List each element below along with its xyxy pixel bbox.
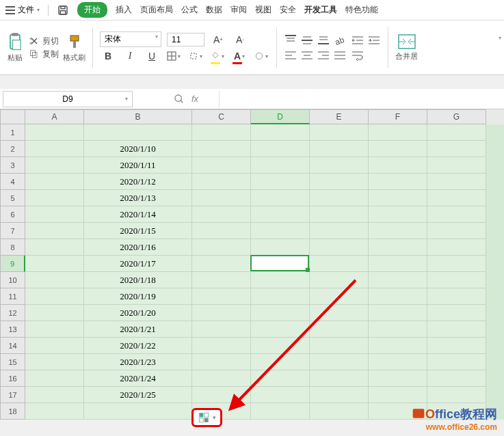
cell-E5[interactable] [310,190,369,206]
tab-data[interactable]: 数据 [206,4,222,16]
cell-D2[interactable] [251,141,310,157]
cell-A17[interactable] [25,387,84,403]
cell-A3[interactable] [25,157,84,174]
row-header-1[interactable]: 1 [0,124,25,141]
cell-C9[interactable] [192,256,251,272]
cell-F2[interactable] [369,141,427,157]
cell-B7[interactable]: 2020/1/15 [84,223,192,239]
font-size-select[interactable]: 11▾ [167,33,204,46]
cell-B1[interactable] [84,124,192,141]
cell-F10[interactable] [369,272,427,288]
cell-A10[interactable] [25,272,84,288]
format-painter-button[interactable]: 格式刷 [63,32,85,63]
column-header-G[interactable]: G [427,109,486,124]
cell-B11[interactable]: 2020/1/19 [84,288,192,305]
orientation-button[interactable]: ab [333,34,347,46]
row-header-9[interactable]: 9 [0,256,25,272]
cell-B17[interactable]: 2020/1/25 [84,387,192,403]
cell-F12[interactable] [369,305,427,321]
cell-F8[interactable] [369,239,427,256]
cell-C5[interactable] [192,190,251,206]
cell-G1[interactable] [427,124,486,141]
row-header-16[interactable]: 16 [0,370,25,387]
cell-G12[interactable] [427,305,486,321]
cell-C4[interactable] [192,174,251,190]
align-justify-button[interactable] [333,49,347,62]
column-header-B[interactable]: B [84,109,192,124]
row-header-14[interactable]: 14 [0,338,25,354]
cell-A9[interactable] [25,256,84,272]
cell-C8[interactable] [192,239,251,256]
align-top-button[interactable] [284,34,297,46]
row-header-7[interactable]: 7 [0,223,25,239]
cell-D15[interactable] [251,354,310,370]
row-header-8[interactable]: 8 [0,239,25,256]
cell-G17[interactable] [427,387,486,403]
wrap-text-button[interactable] [351,49,364,62]
cell-A11[interactable] [25,288,84,305]
cell-D4[interactable] [251,174,310,190]
cell-D6[interactable] [251,206,310,223]
cell-C1[interactable] [192,124,251,141]
tab-security[interactable]: 安全 [280,4,296,16]
row-header-12[interactable]: 12 [0,305,25,321]
italic-button[interactable]: I [122,49,138,64]
cut-button[interactable]: 剪切 [29,36,59,47]
outline-button[interactable] [187,49,204,64]
cell-D9[interactable] [251,256,310,272]
cell-G4[interactable] [427,174,486,190]
cell-D14[interactable] [251,338,310,354]
cell-D7[interactable] [251,223,310,239]
cell-B14[interactable]: 2020/1/22 [84,338,192,354]
cell-F18[interactable] [369,403,427,420]
cell-C15[interactable] [192,354,251,370]
cell-G16[interactable] [427,370,486,387]
cell-D18[interactable] [251,403,310,420]
row-header-10[interactable]: 10 [0,272,25,288]
cell-B4[interactable]: 2020/1/12 [84,174,192,190]
cell-B2[interactable]: 2020/1/10 [84,141,192,157]
cell-D16[interactable] [251,370,310,387]
style-button[interactable] [253,49,269,64]
decrease-indent-button[interactable] [351,34,364,46]
cell-E7[interactable] [310,223,369,239]
tab-formulas[interactable]: 公式 [181,4,198,16]
cell-D5[interactable] [251,190,310,206]
cell-B13[interactable]: 2020/1/21 [84,321,192,338]
row-header-3[interactable]: 3 [0,157,25,174]
cell-E15[interactable] [310,354,369,370]
cell-E2[interactable] [310,141,369,157]
font-color-button[interactable]: A [231,49,248,64]
row-header-11[interactable]: 11 [0,288,25,305]
underline-button[interactable]: U [144,49,160,64]
cell-A13[interactable] [25,321,84,338]
tab-review[interactable]: 审阅 [230,4,247,16]
column-header-F[interactable]: F [369,109,427,124]
cell-A15[interactable] [25,354,84,370]
border-button[interactable] [165,49,182,64]
tab-view[interactable]: 视图 [255,4,271,16]
name-box[interactable]: D9 ▾ [3,91,133,107]
cell-G14[interactable] [427,338,486,354]
cell-C10[interactable] [192,272,251,288]
cell-A7[interactable] [25,223,84,239]
cell-G6[interactable] [427,206,486,223]
merge-cells-button[interactable]: 合并居 [395,33,418,62]
cell-E9[interactable] [310,256,369,272]
align-right-button[interactable] [317,49,330,62]
cell-D11[interactable] [251,288,310,305]
cell-E3[interactable] [310,157,369,174]
cell-C13[interactable] [192,321,251,338]
cell-B3[interactable]: 2020/1/11 [84,157,192,174]
column-header-A[interactable]: A [25,109,84,124]
cell-E10[interactable] [310,272,369,288]
row-header-4[interactable]: 4 [0,174,25,190]
cell-F17[interactable] [369,387,427,403]
select-all-corner[interactable] [0,109,25,124]
cell-G10[interactable] [427,272,486,288]
row-header-13[interactable]: 13 [0,321,25,338]
tab-special[interactable]: 特色功能 [345,4,378,16]
tab-developer[interactable]: 开发工具 [304,4,337,16]
cell-G15[interactable] [427,354,486,370]
cell-A1[interactable] [25,124,84,141]
